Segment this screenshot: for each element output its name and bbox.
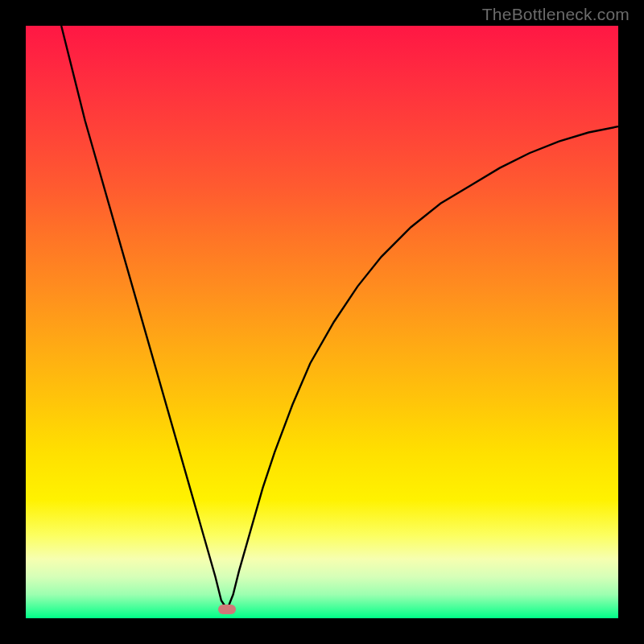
curve-path bbox=[61, 26, 618, 609]
chart-frame: TheBottleneck.com bbox=[0, 0, 644, 644]
watermark-text: TheBottleneck.com bbox=[482, 5, 630, 24]
plot-area bbox=[26, 26, 618, 618]
bottleneck-curve bbox=[26, 26, 618, 618]
optimal-marker bbox=[218, 605, 236, 614]
